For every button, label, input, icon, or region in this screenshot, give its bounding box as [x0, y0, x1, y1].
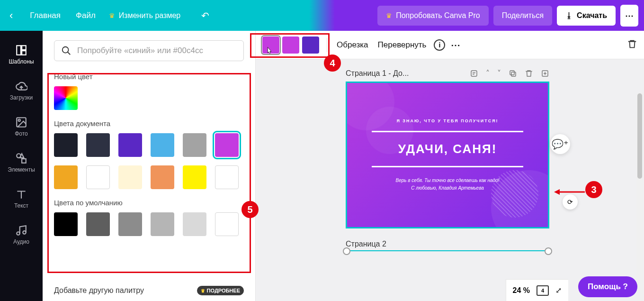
svg-rect-2 [22, 51, 26, 55]
sidebar-label: Аудио [13, 238, 29, 245]
color-swatch[interactable] [86, 133, 110, 157]
undo-button[interactable]: ↶ [201, 10, 209, 21]
pro-label: Попробовать Canva Pro [396, 11, 480, 20]
move-down-icon[interactable]: ˅ [497, 69, 501, 78]
page2-title[interactable]: Страница 2 [346, 240, 549, 248]
sidebar-item-photos[interactable]: Фото [0, 109, 43, 145]
sidebar-item-text[interactable]: Текст [0, 181, 43, 217]
more-options-button[interactable]: ⋯ [451, 39, 461, 51]
sidebar-label: Загрузки [10, 94, 33, 101]
annotation-4: 4 [324, 55, 341, 72]
svg-rect-6 [22, 159, 26, 163]
color-swatch[interactable] [118, 212, 142, 236]
color-picker-swatch[interactable] [54, 86, 78, 110]
decor-stripes [491, 170, 538, 218]
color-swatch[interactable] [151, 212, 174, 236]
vertical-scrollbar[interactable] [636, 92, 643, 301]
search-icon [61, 46, 72, 56]
color-swatch[interactable] [86, 212, 110, 236]
sidebar-label: Элементы [8, 166, 35, 173]
file-button[interactable]: Файл [74, 7, 98, 24]
more-menu-button[interactable]: ⋯ [620, 5, 638, 27]
resize-button[interactable]: ♛ Изменить размер [109, 11, 180, 20]
color-swatch[interactable] [151, 133, 174, 157]
color-swatch[interactable] [215, 133, 239, 157]
note-icon[interactable] [470, 69, 478, 78]
resize-label: Изменить размер [119, 11, 180, 20]
card-sub1: Верь в себя. Ты точно все сделаешь как н… [396, 177, 500, 184]
context-toolbar: Обрезка Перевернуть i ⋯ [256, 31, 644, 59]
color-panel: Новый цвет Цвета документа Цвета по умол… [43, 31, 256, 301]
add-palette-link[interactable]: Добавьте другую палитру [54, 286, 144, 295]
main-area: Шаблоны Загрузки Фото Элементы Текст Ауд… [0, 31, 644, 301]
context-color-chip[interactable] [282, 36, 299, 54]
context-color-chip[interactable] [302, 36, 319, 54]
photo-icon [15, 116, 27, 128]
flip-button[interactable]: Перевернуть [376, 37, 429, 53]
doc-colors-row [54, 133, 244, 189]
more-badge[interactable]: ♛ПОДРОБНЕЕ [197, 286, 244, 295]
music-icon [15, 224, 27, 237]
cloud-upload-icon [15, 80, 27, 92]
sidebar-item-uploads[interactable]: Загрузки [0, 73, 43, 109]
fullscreen-button[interactable]: ⤢ [555, 286, 562, 295]
sidebar-label: Текст [14, 202, 28, 209]
color-swatch[interactable] [54, 212, 78, 236]
back-button[interactable]: ‹ [6, 9, 17, 22]
design-canvas-page1[interactable]: Я ЗНАЮ, ЧТО У ТЕБЯ ПОЛУЧИТСЯ! УДАЧИ, САН… [346, 82, 549, 228]
sidebar-item-elements[interactable]: Элементы [0, 145, 43, 181]
svg-rect-12 [510, 71, 514, 75]
color-swatch[interactable] [118, 165, 142, 189]
color-search[interactable] [54, 40, 244, 61]
color-chips [262, 36, 319, 54]
card-title[interactable]: УДАЧИ, САНЯ! [398, 142, 497, 156]
home-button[interactable]: Главная [28, 7, 63, 24]
help-button[interactable]: Помощь ? [578, 276, 637, 297]
left-sidebar: Шаблоны Загрузки Фото Элементы Текст Ауд… [0, 31, 43, 301]
color-swatch[interactable] [118, 133, 142, 157]
download-button[interactable]: ⭳ Скачать [557, 6, 616, 26]
divider [327, 38, 327, 52]
crown-icon: ♛ [201, 288, 205, 293]
crown-icon: ♛ [109, 12, 115, 19]
sidebar-item-templates[interactable]: Шаблоны [0, 36, 43, 73]
zoom-value[interactable]: 24 % [513, 286, 530, 295]
svg-point-8 [23, 231, 26, 234]
page-title[interactable]: Страница 1 - До... [346, 69, 465, 78]
page-scroll-area[interactable]: Страница 1 - До... ˄ ˅ Я ЗНАЮ, ЧТО У ТЕБ… [256, 59, 644, 301]
page2-selection-line[interactable] [346, 250, 549, 251]
color-swatch[interactable] [215, 212, 239, 236]
color-swatch[interactable] [183, 212, 206, 236]
card-subtitle[interactable]: Верь в себя. Ты точно все сделаешь как н… [396, 177, 500, 192]
scrollbar-thumb[interactable] [637, 93, 642, 179]
svg-rect-0 [17, 46, 21, 55]
svg-rect-10 [471, 71, 477, 76]
sidebar-label: Фото [15, 130, 28, 137]
color-swatch[interactable] [54, 133, 78, 157]
text-icon [15, 188, 27, 201]
shapes-icon [15, 152, 27, 164]
info-icon[interactable]: i [434, 39, 445, 51]
move-up-icon[interactable]: ˄ [486, 69, 490, 78]
add-comment-button[interactable]: 💬⁺ [550, 134, 570, 154]
color-swatch[interactable] [54, 165, 78, 189]
try-pro-button[interactable]: ♛ Попробовать Canva Pro [377, 6, 489, 26]
color-swatch[interactable] [183, 165, 206, 189]
color-swatch[interactable] [86, 165, 110, 189]
crop-button[interactable]: Обрезка [335, 37, 370, 53]
new-color-title: Новый цвет [54, 73, 244, 81]
trash-icon[interactable] [525, 69, 533, 78]
duplicate-icon[interactable] [509, 69, 517, 78]
share-button[interactable]: Поделиться [493, 6, 552, 26]
sidebar-item-audio[interactable]: Аудио [0, 217, 43, 253]
color-swatch[interactable] [183, 133, 206, 157]
add-page-icon[interactable] [541, 69, 549, 78]
search-input[interactable] [77, 46, 237, 55]
delete-button[interactable] [627, 39, 637, 51]
svg-rect-1 [22, 46, 26, 50]
context-color-chip[interactable] [262, 36, 279, 54]
page-count[interactable]: 4 [537, 285, 549, 296]
color-swatch[interactable] [215, 165, 239, 189]
page-header: Страница 1 - До... ˄ ˅ [346, 69, 549, 78]
color-swatch[interactable] [151, 165, 174, 189]
